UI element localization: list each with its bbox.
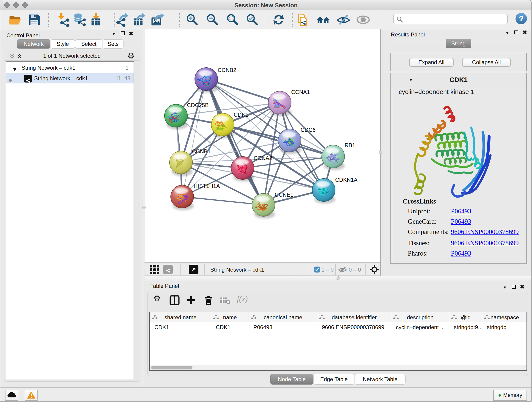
svg-text:CCNB2: CCNB2 <box>218 67 236 73</box>
svg-text:CDC6: CDC6 <box>301 127 316 133</box>
svg-text:CDK1: CDK1 <box>234 112 248 118</box>
svg-text:CCNA2: CCNA2 <box>254 155 272 161</box>
svg-text:CDC25B: CDC25B <box>187 102 209 108</box>
svg-text:RB1: RB1 <box>345 142 355 148</box>
svg-text:CCNA1: CCNA1 <box>291 89 310 95</box>
svg-text:CDKN1A: CDKN1A <box>335 177 357 183</box>
svg-text:CCNB1: CCNB1 <box>192 148 210 154</box>
svg-text:HIST1H1A: HIST1H1A <box>194 183 220 189</box>
svg-text:CCNE1: CCNE1 <box>275 191 293 198</box>
